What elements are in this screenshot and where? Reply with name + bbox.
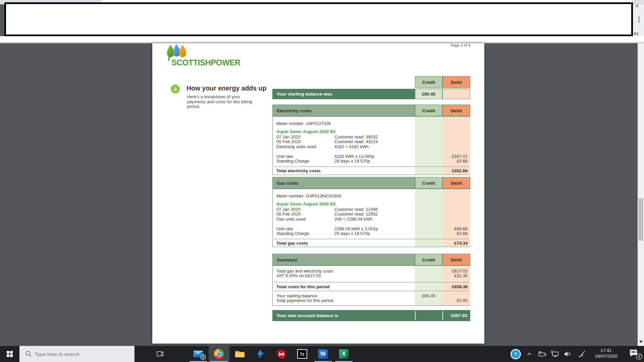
total-debit: £658.38 xyxy=(442,284,468,289)
row-label: Your starting balance xyxy=(276,293,317,298)
table-row: VAT 5.00% on £627.03 £31.35 xyxy=(273,273,470,278)
row-debit: £547.01 xyxy=(442,154,468,159)
task-view-button[interactable] xyxy=(151,346,170,362)
tray-volume[interactable] xyxy=(562,346,574,362)
brand-name: SCOTTISHPOWER xyxy=(171,58,240,67)
gas-table-body: Meter number: G4P01264191400 Super Saver… xyxy=(272,189,470,247)
tray-windows-ink[interactable] xyxy=(576,346,588,362)
electricity-table-body: Meter number: 14P0137026 Super Saver Aug… xyxy=(272,116,470,175)
help-icon: ? xyxy=(511,349,521,359)
folder-icon xyxy=(235,350,245,358)
taskbar-app-mcafee[interactable] xyxy=(271,346,292,362)
close-icon[interactable]: × xyxy=(635,2,639,9)
table-row: 05 Feb 2020 Customer read: 43214 xyxy=(273,139,470,144)
new-balance-bar: Your new account balance is £597.93 xyxy=(272,310,470,321)
starting-balance-credit: £60.45 xyxy=(415,89,442,99)
row-debit: £5.68 xyxy=(442,231,468,236)
table-row: Total gas and electricity costs £627.03 xyxy=(273,268,470,274)
row-label: Gas units used xyxy=(276,217,306,222)
meter-number: Meter number: 14P0137026 xyxy=(276,121,331,126)
table-row: 07 Jan 2020 Customer read: 12346 xyxy=(273,207,470,212)
mail-unread-badge: 6 xyxy=(200,354,206,360)
debit-header: Debit xyxy=(442,254,470,265)
row-value: Customer read: 12346 xyxy=(334,207,378,212)
taskbar-app-excel[interactable]: X xyxy=(333,346,354,362)
taskbar-app-file-explorer[interactable] xyxy=(229,346,250,362)
total-row: Total costs for this period £658.38 xyxy=(273,284,470,289)
tray-show-hidden-icons[interactable] xyxy=(524,346,534,362)
tariff-name: Super Saver August 2020 B3 xyxy=(276,201,336,206)
total-row: Total electricity costs £552.69 xyxy=(273,168,470,173)
taskbar-app-mail[interactable]: 6 xyxy=(188,346,209,362)
total-row: Total gas costs £74.34 xyxy=(273,241,470,246)
section-title: How your energy adds up xyxy=(186,84,266,92)
summary-title: Summary xyxy=(272,254,415,265)
taskbar: 6 xyxy=(0,346,644,362)
task-view-icon xyxy=(157,351,164,357)
row-label: Standing Charge xyxy=(276,159,309,164)
scrollbar-thumb[interactable] xyxy=(638,198,643,241)
table-row: Meter number: 14P0137026 xyxy=(273,121,470,126)
section-number-badge: 3 xyxy=(171,84,180,94)
tray-network[interactable] xyxy=(549,346,561,362)
row-debit: £627.03 xyxy=(442,268,468,274)
electricity-table-header: Electricity costs Credit Debit xyxy=(272,105,470,116)
dotted-separator xyxy=(274,282,469,283)
row-value: 206 = 2288.04 kWh xyxy=(334,217,372,222)
speaker-icon xyxy=(564,351,572,357)
row-label: Unit rate xyxy=(276,226,293,231)
row-value: 29 days x 19.570p xyxy=(334,159,370,164)
start-button[interactable] xyxy=(0,346,19,362)
taskbar-app-lightning[interactable] xyxy=(250,346,271,362)
tray-battery[interactable] xyxy=(536,346,548,362)
gas-title: Gas costs xyxy=(272,177,415,189)
row-debit: £5.68 xyxy=(442,159,468,164)
word-icon: W xyxy=(318,349,328,359)
row-debit: £0.00 xyxy=(442,298,468,303)
kebab-menu-icon[interactable]: ⋮ xyxy=(636,16,642,23)
tray-help[interactable]: ? xyxy=(510,346,521,362)
bookmarks-bar xyxy=(0,36,644,42)
row-label: Total payments for this period xyxy=(276,298,333,303)
row-label: 05 Feb 2020 xyxy=(276,139,301,144)
starting-balance-label: Your starting balance was xyxy=(276,89,332,99)
electricity-title: Electricity costs xyxy=(272,105,415,116)
row-debit: £68.66 xyxy=(442,226,468,231)
document-page: Page 3 of 4 xyxy=(152,43,484,344)
search-input[interactable] xyxy=(19,346,134,362)
taskbar-app-chrome[interactable] xyxy=(209,346,229,362)
scrollbar-down-arrow-icon[interactable] xyxy=(639,341,643,343)
action-center-button[interactable]: 7 xyxy=(628,346,643,362)
vertical-scrollbar[interactable] xyxy=(638,43,644,346)
dotted-separator xyxy=(274,291,469,291)
credit-header: Credit xyxy=(415,254,442,265)
credit-header: Credit xyxy=(415,177,442,189)
taskbar-app-word[interactable]: W xyxy=(313,346,333,362)
table-row: 07 Jan 2020 Customer read: 39032 xyxy=(273,134,470,139)
excel-icon: X xyxy=(339,349,348,359)
dotted-separator xyxy=(274,166,469,167)
mcafee-shield-icon xyxy=(277,349,286,359)
summary-table-header: Summary Credit Debit xyxy=(272,254,470,265)
new-balance-label: Your new account balance is xyxy=(276,310,338,321)
total-debit: £552.69 xyxy=(442,168,468,173)
table-row: Gas units used 206 = 2288.04 kWh xyxy=(273,217,470,222)
taskbar-app-7zip[interactable]: 7z xyxy=(292,346,313,362)
table-row: Electricity units used 4182 = 4182 kWh xyxy=(273,144,470,149)
total-label: Total gas costs xyxy=(276,241,308,246)
row-label: 07 Jan 2020 xyxy=(276,207,301,212)
clock-date: 16/07/2020 xyxy=(591,354,622,359)
taskbar-search[interactable] xyxy=(19,346,135,362)
dotted-separator xyxy=(274,239,469,239)
monitor-icon xyxy=(551,351,559,357)
screen: × ⋮ ks Page 3 of 4 xyxy=(0,0,644,362)
taskbar-clock[interactable]: 17:41 16/07/2020 xyxy=(591,346,622,362)
row-value: 2288.04 kWh x 3.001p xyxy=(334,226,378,231)
table-row: Meter number: G4P01264191400 xyxy=(273,193,470,198)
table-row: Unit rate 2288.04 kWh x 3.001p £68.66 xyxy=(273,226,470,231)
bookmarks-label-remnant: ks xyxy=(634,31,639,36)
lightning-icon xyxy=(256,349,265,359)
row-value: Customer read: 43214 xyxy=(334,139,378,144)
table-row: Total payments for this period £0.00 xyxy=(273,298,470,303)
redaction-overlay-box xyxy=(4,2,633,36)
